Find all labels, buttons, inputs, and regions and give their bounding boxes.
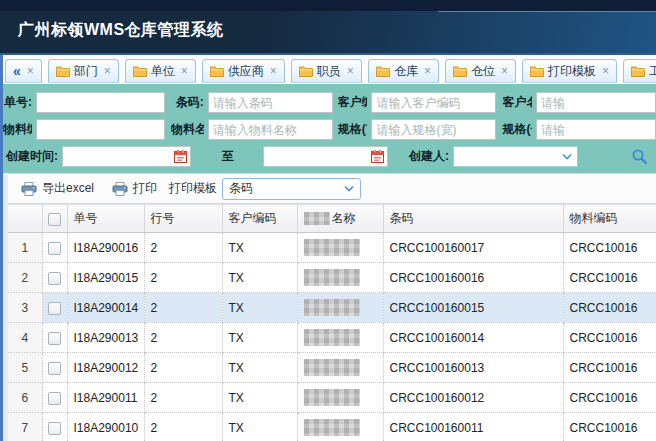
column-header-material-code[interactable]: 物料编码 bbox=[563, 205, 656, 233]
column-header-order-no[interactable]: 单号 bbox=[67, 205, 144, 233]
row-checkbox[interactable] bbox=[48, 392, 61, 405]
cell-material-code: CRCC10016 bbox=[563, 323, 656, 353]
column-header-barcode[interactable]: 条码 bbox=[383, 205, 563, 233]
cell-line-no: 2 bbox=[144, 293, 222, 323]
select-all-checkbox[interactable] bbox=[48, 213, 61, 226]
column-header-customer-name[interactable]: 名称 bbox=[297, 205, 383, 233]
customer-code-input[interactable] bbox=[371, 92, 496, 113]
cell-line-no: 2 bbox=[144, 353, 222, 383]
created-time-label: 创建时间: bbox=[3, 148, 58, 165]
calendar-icon[interactable] bbox=[174, 150, 187, 163]
close-icon[interactable]: × bbox=[27, 65, 34, 77]
date-to-input[interactable] bbox=[264, 148, 371, 165]
censored-text bbox=[304, 269, 360, 286]
select-all-header[interactable] bbox=[42, 205, 67, 233]
row-checkbox-cell bbox=[42, 323, 67, 353]
cell-material-code: CRCC10016 bbox=[563, 353, 656, 383]
chevron-down-icon bbox=[344, 185, 354, 192]
customer-code-label: 客户编码: bbox=[338, 94, 368, 111]
tab-item[interactable]: 打印模板× bbox=[522, 59, 617, 83]
row-number: 2 bbox=[8, 263, 42, 293]
cell-customer-name bbox=[297, 293, 383, 323]
tab-label: 职员 bbox=[317, 63, 341, 80]
date-from-field[interactable] bbox=[62, 146, 191, 167]
censored-text bbox=[304, 389, 360, 406]
material-name-input[interactable] bbox=[208, 119, 333, 140]
cell-line-no: 2 bbox=[144, 413, 222, 441]
table-row[interactable]: 3I18A2900142TXCRCC100160015CRCC10016 bbox=[8, 293, 656, 323]
tab-item[interactable]: 仓位× bbox=[445, 59, 516, 83]
export-excel-label: 导出excel bbox=[42, 180, 94, 197]
close-icon[interactable]: × bbox=[602, 65, 609, 77]
censored-text bbox=[304, 299, 360, 316]
row-checkbox[interactable] bbox=[48, 422, 61, 435]
calendar-icon[interactable] bbox=[371, 150, 384, 163]
cell-barcode: CRCC100160011 bbox=[383, 413, 563, 441]
censored-text bbox=[304, 359, 360, 376]
folder-icon bbox=[133, 65, 147, 77]
date-to-field[interactable] bbox=[263, 146, 388, 167]
cell-customer-name bbox=[297, 413, 383, 441]
cell-order-no: I18A290013 bbox=[67, 323, 144, 353]
material-code-input[interactable] bbox=[36, 119, 165, 140]
chevron-down-icon bbox=[562, 153, 572, 160]
print-template-select[interactable]: 条码 bbox=[222, 178, 361, 200]
cell-material-code: CRCC10016 bbox=[563, 413, 656, 441]
column-header-customer-code[interactable]: 客户编码 bbox=[222, 205, 297, 233]
print-button[interactable]: 打印 bbox=[112, 180, 157, 197]
row-checkbox[interactable] bbox=[48, 302, 61, 315]
column-header-line-no[interactable]: 行号 bbox=[144, 205, 222, 233]
close-icon[interactable]: × bbox=[104, 65, 111, 77]
export-excel-button[interactable]: 导出excel bbox=[21, 180, 94, 197]
cell-customer-name bbox=[297, 233, 383, 263]
results-table: 单号 行号 客户编码 名称 条码 物料编码 1I18A2900162TXCRCC… bbox=[8, 204, 656, 441]
spec-width-input[interactable] bbox=[371, 119, 496, 140]
tab-item[interactable]: 部门× bbox=[48, 59, 119, 83]
row-checkbox[interactable] bbox=[48, 272, 61, 285]
search-button[interactable] bbox=[631, 148, 648, 165]
row-checkbox[interactable] bbox=[48, 332, 61, 345]
customer-name-input[interactable] bbox=[536, 92, 656, 113]
close-icon[interactable]: × bbox=[501, 65, 508, 77]
cell-line-no: 2 bbox=[144, 383, 222, 413]
close-icon[interactable]: × bbox=[181, 65, 188, 77]
close-icon[interactable]: × bbox=[270, 65, 277, 77]
row-checkbox-cell bbox=[42, 233, 67, 263]
cell-customer-code: TX bbox=[222, 263, 297, 293]
table-row[interactable]: 6I18A2900112TXCRCC100160012CRCC10016 bbox=[8, 383, 656, 413]
barcode-input[interactable] bbox=[208, 92, 333, 113]
tab-item[interactable]: 工× bbox=[623, 59, 656, 83]
row-checkbox[interactable] bbox=[48, 362, 61, 375]
row-checkbox[interactable] bbox=[48, 242, 61, 255]
close-icon[interactable]: × bbox=[424, 65, 431, 77]
cell-order-no: I18A290012 bbox=[67, 353, 144, 383]
cell-customer-code: TX bbox=[222, 413, 297, 441]
cell-line-no: 2 bbox=[144, 233, 222, 263]
tab-item[interactable]: 仓库× bbox=[368, 59, 439, 83]
table-row[interactable]: 7I18A2900102TXCRCC100160011CRCC10016 bbox=[8, 413, 656, 441]
close-icon[interactable]: × bbox=[347, 65, 354, 77]
print-label: 打印 bbox=[133, 180, 157, 197]
folder-icon bbox=[530, 65, 544, 77]
collapse-tabs-button[interactable]: « × bbox=[5, 59, 42, 83]
tab-item[interactable]: 供应商× bbox=[202, 59, 285, 83]
table-row[interactable]: 1I18A2900162TXCRCC100160017CRCC10016 bbox=[8, 233, 656, 263]
table-row[interactable]: 5I18A2900122TXCRCC100160013CRCC10016 bbox=[8, 353, 656, 383]
cell-material-code: CRCC10016 bbox=[563, 263, 656, 293]
folder-icon bbox=[453, 65, 467, 77]
spec-length-input[interactable] bbox=[536, 119, 656, 140]
tab-bar: « × 部门×单位×供应商×职员×仓库×仓位×打印模板×工× bbox=[3, 55, 656, 84]
table-row[interactable]: 4I18A2900132TXCRCC100160014CRCC10016 bbox=[8, 323, 656, 353]
creator-select[interactable] bbox=[453, 146, 578, 167]
table-row[interactable]: 2I18A2900152TXCRCC100160016CRCC10016 bbox=[8, 263, 656, 293]
row-checkbox-cell bbox=[42, 263, 67, 293]
tab-item[interactable]: 职员× bbox=[291, 59, 362, 83]
tab-item[interactable]: 单位× bbox=[125, 59, 196, 83]
chevrons-left-icon: « bbox=[13, 64, 21, 78]
date-from-input[interactable] bbox=[63, 148, 174, 165]
search-form-row-3: 创建时间: 至 创建人: bbox=[3, 143, 656, 170]
order-no-input[interactable] bbox=[36, 92, 165, 113]
folder-icon bbox=[210, 65, 224, 77]
folder-icon bbox=[56, 65, 70, 77]
tab-label: 仓库 bbox=[394, 63, 418, 80]
